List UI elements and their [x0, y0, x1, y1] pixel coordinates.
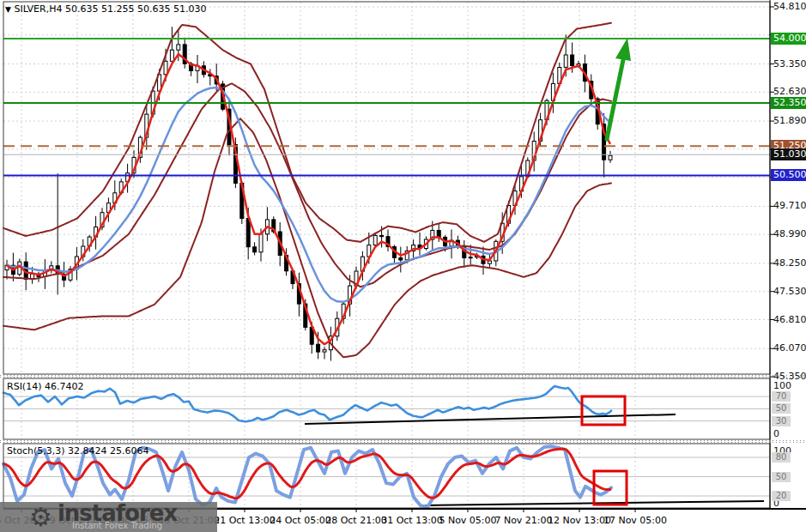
candle-body: [246, 219, 250, 247]
candle-body: [609, 155, 612, 160]
candle-body: [170, 50, 173, 61]
rsi-level-badge-70: 70: [772, 391, 791, 402]
candle-body: [373, 235, 377, 245]
rsi-trendline[interactable]: [305, 414, 676, 424]
price-badge-50.500: 50.500: [771, 169, 806, 181]
time-axis-label: 21 Oct 13:00: [214, 515, 276, 526]
time-axis-label: 24 Oct 05:00: [270, 515, 331, 526]
time-axis-label: 17 Nov 05:00: [603, 515, 667, 526]
price-badge-52.350: 52.350: [771, 97, 806, 109]
symbol-dropdown-marker[interactable]: ▼: [5, 5, 11, 14]
candle-body: [488, 261, 491, 263]
watermark-brand: instaforex: [58, 504, 177, 523]
rsi-level-badge-30: 30: [772, 416, 791, 426]
up-arrow-head: [615, 38, 631, 61]
price-scale-label: 51.890: [773, 115, 806, 126]
candle-body: [259, 234, 263, 252]
price-badge-51.030: 51.030: [771, 148, 806, 160]
price-scale-label: 53.350: [773, 58, 806, 70]
fast-ma-line: [7, 54, 610, 344]
price-scale-label: 48.250: [773, 257, 806, 269]
chart-title: ▼ SILVER,H4 50.635 51.255 50.635 51.030: [5, 3, 206, 15]
rsi-scale-100: 100: [773, 380, 791, 391]
price-scale-label: 49.710: [773, 200, 806, 211]
candle-body: [469, 257, 472, 258]
stoch-level-badge-50: 50: [772, 472, 791, 482]
candle-body: [564, 55, 567, 67]
candle-body: [323, 350, 326, 352]
rsi-scale-0: 0: [773, 428, 779, 439]
stoch-indicator-label: Stoch(5,3,3) 32.8424 25.6064: [7, 445, 149, 456]
stoch-level-badge-80: 80: [772, 452, 791, 462]
price-scale-label: 54.810: [773, 1, 806, 12]
price-badge-54.000: 54.000: [771, 33, 806, 45]
rsi-highlight-rect: [582, 396, 625, 425]
price-scale-label: 52.630: [773, 86, 806, 97]
horizontal-price-lines: [3, 39, 770, 176]
instaforex-gear-icon: ⚙: [29, 505, 52, 530]
rsi-line: [3, 386, 611, 421]
bollinger-upper: [3, 23, 611, 242]
time-axis-label: 12 Nov 13:00: [548, 515, 611, 526]
price-scale-label: 47.530: [773, 286, 806, 297]
symbol-title-text: SILVER,H4 50.635 51.255 50.635 51.030: [14, 3, 206, 15]
candle-body: [399, 257, 403, 260]
up-arrow-shaft: [607, 60, 623, 139]
candle-body: [380, 235, 384, 236]
time-axis-label: 28 Oct 21:00: [325, 515, 387, 526]
candle-body: [317, 344, 320, 352]
price-scale-label: 46.070: [773, 342, 806, 354]
price-scale-label: 48.990: [773, 228, 806, 239]
trading-chart-window: ▼ SILVER,H4 50.635 51.255 50.635 51.030 …: [0, 0, 806, 532]
price-scale-label: 46.810: [773, 314, 806, 325]
candle-body: [253, 247, 257, 252]
watermark-tagline: Instant Forex Trading: [58, 521, 177, 530]
pane-frames: [0, 0, 806, 512]
candle-body: [177, 45, 180, 50]
rsi-pane[interactable]: [3, 386, 770, 425]
instaforex-watermark: ⚙ instaforex Instant Forex Trading: [0, 502, 217, 532]
candle-body: [571, 55, 574, 66]
time-axis-label: 7 Nov 21:00: [494, 515, 552, 526]
rsi-indicator-label: RSI(14) 46.7402: [7, 381, 83, 392]
grid-lines: [3, 2, 770, 508]
stoch-level-badge-20: 20: [772, 491, 791, 501]
time-axis-label: 31 Oct 13:00: [381, 515, 443, 526]
rsi-level-badge-50: 50: [772, 403, 791, 414]
time-axis-label: 5 Nov 05:00: [439, 515, 496, 526]
